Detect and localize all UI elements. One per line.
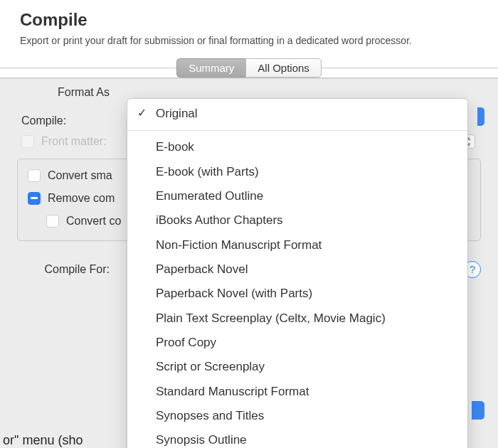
- menu-item-paperback[interactable]: Paperback Novel: [127, 257, 467, 282]
- format-as-label: Format As: [17, 86, 117, 99]
- menu-separator: [127, 130, 467, 131]
- remove-comments-label: Remove com: [48, 192, 115, 205]
- menu-item-label: E-book (with Parts): [156, 165, 259, 178]
- menu-item-paperback-parts[interactable]: Paperback Novel (with Parts): [127, 282, 467, 306]
- tab-summary[interactable]: Summary: [176, 58, 245, 78]
- menu-item-proof-copy[interactable]: Proof Copy: [127, 331, 467, 355]
- convert-co-checkbox[interactable]: [46, 215, 59, 228]
- convert-smart-label: Convert sma: [48, 169, 112, 182]
- menu-item-label: iBooks Author Chapters: [156, 213, 283, 227]
- convert-smart-checkbox[interactable]: [28, 169, 41, 182]
- menu-item-label: Script or Screenplay: [156, 360, 265, 373]
- format-as-dropdown-button[interactable]: [477, 107, 484, 126]
- menu-item-label: Standard Manuscript Format: [156, 385, 309, 398]
- check-icon: ✓: [137, 105, 147, 122]
- menu-item-enumerated-outline[interactable]: Enumerated Outline: [127, 184, 467, 208]
- menu-item-label: Plain Text Screenplay (Celtx, Movie Magi…: [156, 311, 386, 325]
- menu-item-label: Synopses and Titles: [156, 409, 264, 422]
- convert-co-label: Convert co: [66, 215, 121, 228]
- format-as-menu: ✓ Original E-book E-book (with Parts) En…: [127, 98, 468, 448]
- menu-item-nonfiction[interactable]: Non-Fiction Manuscript Format: [127, 233, 467, 257]
- menu-item-synopsis-outline[interactable]: Synopsis Outline: [127, 428, 467, 448]
- menu-item-label: Original: [156, 107, 198, 120]
- front-matter-checkbox: [21, 135, 34, 148]
- menu-item-original[interactable]: ✓ Original: [127, 102, 467, 126]
- menu-item-standard-manuscript[interactable]: Standard Manuscript Format: [127, 380, 467, 404]
- menu-item-label: E-book: [156, 140, 194, 154]
- front-matter-label: Front matter:: [41, 135, 107, 148]
- page-subtitle: Export or print your draft for submissio…: [20, 34, 475, 48]
- menu-item-label: Proof Copy: [156, 336, 216, 349]
- compile-header: Compile Export or print your draft for s…: [0, 0, 498, 54]
- menu-item-plaintext-screenplay[interactable]: Plain Text Screenplay (Celtx, Movie Magi…: [127, 306, 467, 331]
- page-title: Compile: [20, 10, 478, 30]
- background-text-fragment: or" menu (sho: [3, 433, 83, 448]
- menu-item-label: Synopsis Outline: [156, 433, 247, 447]
- menu-item-label: Paperback Novel (with Parts): [156, 287, 312, 300]
- menu-item-synopses-titles[interactable]: Synopses and Titles: [127, 404, 467, 428]
- compile-tabs: Summary All Options: [0, 58, 498, 78]
- menu-item-label: Paperback Novel: [156, 262, 248, 276]
- menu-item-ebook-parts[interactable]: E-book (with Parts): [127, 160, 467, 184]
- menu-item-ebook[interactable]: E-book: [127, 135, 467, 159]
- menu-item-label: Non-Fiction Manuscript Format: [156, 238, 322, 252]
- menu-item-script-screenplay[interactable]: Script or Screenplay: [127, 355, 467, 379]
- menu-item-ibooks-author[interactable]: iBooks Author Chapters: [127, 208, 467, 233]
- tab-all-options[interactable]: All Options: [245, 58, 322, 78]
- menu-item-label: Enumerated Outline: [156, 189, 263, 203]
- compile-button-sliver[interactable]: [472, 401, 484, 420]
- remove-comments-checkbox[interactable]: [28, 192, 41, 205]
- compile-for-label: Compile For:: [17, 263, 117, 276]
